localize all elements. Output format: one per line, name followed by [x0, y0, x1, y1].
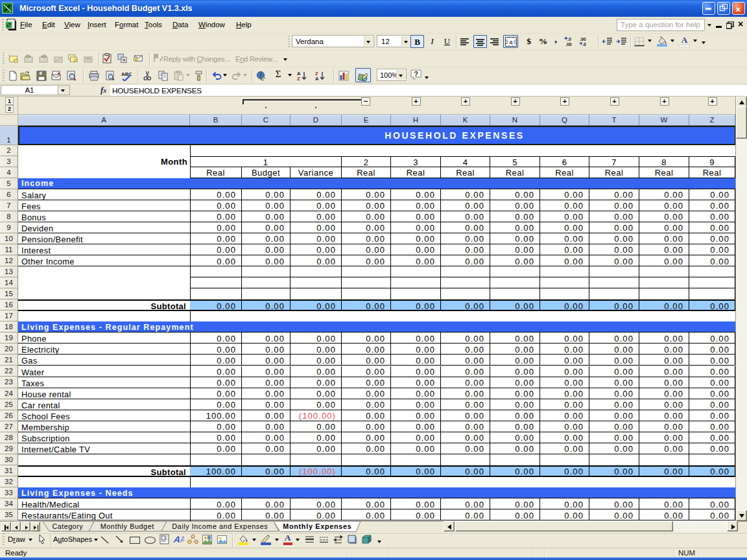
svg-text:Monthly Expenses: Monthly Expenses	[283, 522, 351, 530]
svg-text:A: A	[315, 76, 319, 81]
svg-text:Daily Income and Expenses: Daily Income and Expenses	[172, 522, 268, 530]
svg-text:.0: .0	[567, 37, 571, 41]
svg-text:a: a	[509, 39, 512, 45]
svg-text:.00: .00	[580, 37, 586, 41]
svg-text:Monthly Budget: Monthly Budget	[101, 522, 154, 530]
svg-text:.00: .00	[565, 42, 572, 47]
svg-text:?: ?	[414, 70, 418, 78]
svg-text:.0: .0	[582, 42, 586, 47]
svg-text:Category: Category	[52, 522, 83, 530]
svg-text:Z: Z	[297, 76, 300, 81]
